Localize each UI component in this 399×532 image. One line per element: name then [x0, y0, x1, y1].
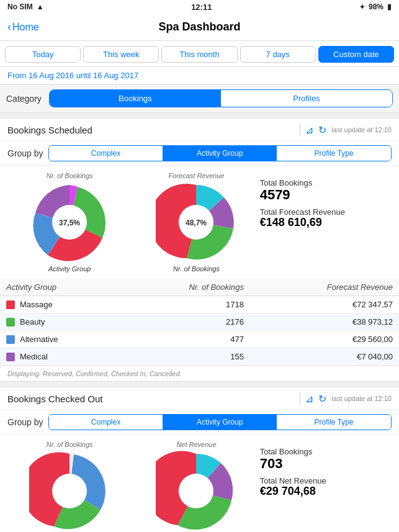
section1-chart2-label: Forecast Revenue [169, 172, 225, 179]
section2-chart1-label: Nr. of Bookings [47, 441, 93, 448]
row-bookings: 2176 [122, 313, 250, 331]
section2-group-tabs: Complex Activity Group Profile Type [48, 414, 392, 430]
section1-total-revenue-label: Total Forecast Revenue €148 610,69 [260, 207, 387, 229]
section2-divider [300, 392, 300, 405]
row-bookings: 1718 [122, 296, 250, 313]
battery-icon: ▮ [387, 2, 392, 11]
section1-total-bookings-value: 4579 [260, 187, 387, 202]
section2-header: Bookings Checked Out ⊿ ↻ last update at … [0, 387, 399, 410]
battery-text: 98% [369, 2, 383, 11]
section2-total-revenue-value: €29 704,68 [260, 485, 387, 498]
refresh-icon-1[interactable]: ↻ [318, 124, 326, 136]
date-to: 16 Aug 2017 [93, 71, 138, 80]
status-bar: No SIM ▲ 12:11 ✦ 98% ▮ [0, 0, 399, 14]
section1-charts-area: Nr. of Bookings 37,5% Activity Group For… [0, 166, 399, 279]
svg-text:37,5%: 37,5% [59, 219, 80, 227]
row-activity: Massage [0, 296, 122, 313]
section1-divider [300, 124, 300, 136]
section1-total-revenue-value: €148 610,69 [260, 217, 387, 229]
status-left: No SIM ▲ [7, 2, 44, 11]
table-row: Alternative 477 €29 560,00 [0, 331, 399, 348]
filter-icon-2[interactable]: ⊿ [305, 393, 313, 405]
section1-group-by-label: Group by [7, 148, 43, 158]
svg-point-5 [179, 474, 213, 508]
section2-title: Bookings Checked Out [7, 394, 295, 404]
row-revenue: €38 973,12 [250, 313, 399, 331]
section1-col-bookings: Nr. of Bookings [122, 279, 250, 296]
row-activity: Beauty [0, 313, 122, 331]
section2-chart1: Nr. of Bookings Activity Group [6, 441, 133, 532]
table-row: Medical 155 €7 040,00 [0, 348, 399, 366]
category-label: Category [6, 94, 42, 104]
row-revenue: €72 347,57 [250, 296, 399, 313]
row-label-text: Beauty [20, 317, 45, 327]
refresh-icon-2[interactable]: ↻ [318, 393, 326, 405]
last-update-2: last update at 12:10 [331, 395, 392, 402]
tab-bar: Today This week This month 7 days Custom… [0, 41, 399, 67]
date-range-prefix: From [7, 71, 26, 80]
back-label[interactable]: Home [12, 22, 39, 33]
section2-group-by-label: Group by [7, 417, 43, 427]
section1-group-profile[interactable]: Profile Type [277, 146, 391, 161]
color-indicator [6, 318, 15, 327]
time-display: 12:11 [191, 2, 212, 12]
section1-col-revenue: Forecast Revenue [250, 279, 399, 296]
section2-total-revenue-label: Total Net Revenue €29 704,68 [260, 476, 387, 498]
color-indicator [6, 335, 15, 344]
section1-group-by-row: Group by Complex Activity Group Profile … [0, 142, 399, 166]
table-row: Massage 1718 €72 347,57 [0, 296, 399, 313]
section2-group-activity[interactable]: Activity Group [163, 415, 277, 430]
section2-chart2-label: Net Revenue [176, 441, 216, 448]
date-range: From 16 Aug 2016 until 16 Aug 2017 [0, 67, 399, 84]
row-label-text: Medical [20, 352, 48, 361]
back-button[interactable]: ‹ Home [7, 20, 39, 34]
section2-group-complex[interactable]: Complex [49, 415, 163, 430]
svg-point-4 [52, 474, 87, 508]
section1-table-header-row: Activity Group Nr. of Bookings Forecast … [0, 279, 399, 296]
color-indicator [6, 353, 15, 361]
section1-group-tabs: Complex Activity Group Profile Type [48, 145, 392, 161]
date-range-middle: until [76, 71, 91, 80]
section1-chart1: Nr. of Bookings 37,5% Activity Group [6, 172, 133, 273]
tab-7-days[interactable]: 7 days [240, 46, 316, 63]
nav-bar: ‹ Home Spa Dashboard [0, 14, 399, 41]
section1-header: Bookings Scheduled ⊿ ↻ last update at 12… [0, 119, 399, 142]
row-bookings: 155 [122, 348, 250, 366]
row-activity: Alternative [0, 331, 122, 348]
section1-chart1-label: Nr. of Bookings [47, 172, 93, 179]
filter-icon-1[interactable]: ⊿ [305, 124, 313, 136]
tab-custom-date[interactable]: Custom date [318, 46, 394, 63]
section2-chart2: Net Revenue Nr. of Bookings [133, 441, 259, 532]
row-revenue: €7 040,00 [250, 348, 399, 366]
tab-this-week[interactable]: This week [83, 46, 159, 63]
section1-total-bookings-label: Total Bookings 4579 [260, 178, 387, 202]
date-from: 16 Aug 2016 [29, 71, 74, 80]
table-row: Beauty 2176 €38 973,12 [0, 313, 399, 331]
row-activity: Medical [0, 348, 122, 366]
cat-tab-bookings[interactable]: Bookings [50, 90, 221, 107]
category-row: Category Bookings Profiles [0, 84, 399, 113]
row-revenue: €29 560,00 [250, 331, 399, 348]
bluetooth-icon: ✦ [359, 3, 365, 11]
status-right: ✦ 98% ▮ [359, 2, 392, 11]
cat-tab-profiles[interactable]: Profiles [221, 90, 392, 107]
section1-displaying: Displaying: Reserved, Confirmed, Checked… [0, 366, 399, 381]
row-bookings: 477 [122, 331, 250, 348]
section2-group-profile[interactable]: Profile Type [277, 415, 391, 430]
tab-this-month[interactable]: This month [161, 46, 237, 63]
section1-chart2-legend: Nr. of Bookings [173, 265, 220, 273]
category-tabs: Bookings Profiles [49, 89, 393, 107]
section2-group-by-row: Group by Complex Activity Group Profile … [0, 410, 399, 435]
section1-group-activity[interactable]: Activity Group [163, 146, 277, 161]
section1-chart2: Forecast Revenue 48,7% Nr. of Bookings [133, 172, 259, 273]
back-chevron-icon: ‹ [7, 20, 11, 34]
row-label-text: Alternative [20, 335, 58, 344]
svg-text:48,7%: 48,7% [186, 219, 207, 227]
carrier-text: No SIM [7, 2, 33, 11]
section1-group-complex[interactable]: Complex [49, 146, 163, 161]
tab-today[interactable]: Today [5, 46, 81, 63]
section1-stats: Total Bookings 4579 Total Forecast Reven… [260, 172, 393, 235]
section2-pie2 [156, 451, 236, 531]
page-title: Spa Dashboard [158, 20, 240, 34]
section2-total-bookings-label: Total Bookings 703 [260, 447, 387, 471]
